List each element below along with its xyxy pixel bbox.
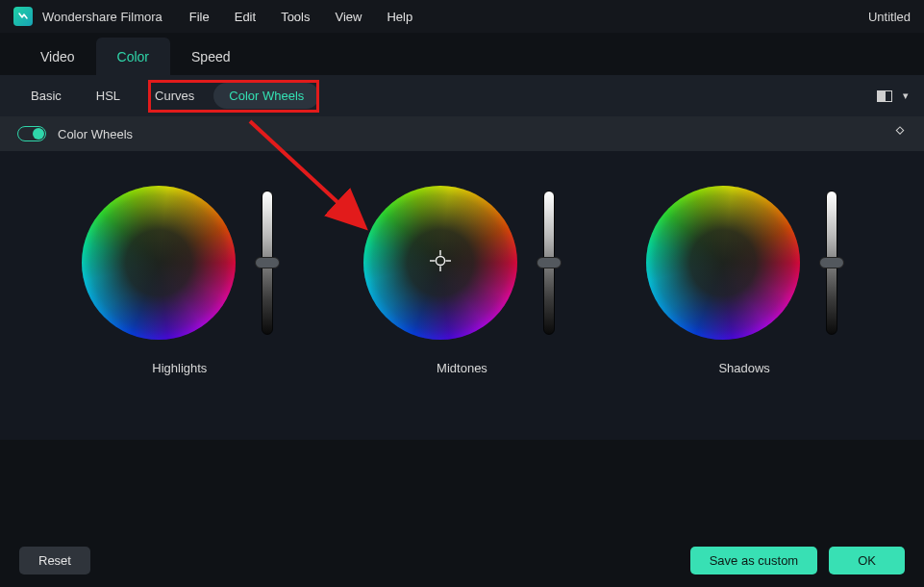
- app-name: Wondershare Filmora: [42, 10, 162, 24]
- color-wheel-shadows[interactable]: [646, 186, 800, 340]
- brightness-slider-midtones[interactable]: [538, 191, 560, 335]
- wheel-label-shadows: Shadows: [718, 361, 769, 375]
- subtab-basic[interactable]: Basic: [15, 83, 77, 109]
- svg-point-1: [437, 256, 445, 265]
- menu-file[interactable]: File: [189, 10, 210, 24]
- section-reset-icon[interactable]: [893, 126, 907, 142]
- section-toggle[interactable]: [17, 126, 46, 141]
- wheel-unit-shadows: Shadows: [646, 186, 842, 430]
- color-wheels-panel: Highlights Midtones Shadows: [0, 151, 924, 440]
- brightness-slider-highlights[interactable]: [257, 191, 278, 335]
- wheel-unit-midtones: Midtones: [363, 186, 560, 430]
- tab-video[interactable]: Video: [19, 38, 96, 75]
- color-wheel-highlights[interactable]: [82, 186, 236, 340]
- wheel-label-midtones: Midtones: [437, 361, 487, 375]
- tab-color[interactable]: Color: [96, 38, 170, 75]
- crosshair-icon[interactable]: [430, 250, 451, 275]
- svg-rect-0: [896, 126, 903, 133]
- document-title: Untitled: [868, 10, 911, 24]
- save-as-custom-button[interactable]: Save as custom: [690, 547, 818, 574]
- wheel-unit-highlights: Highlights: [82, 186, 278, 430]
- wheel-label-highlights: Highlights: [152, 361, 207, 375]
- tab-speed[interactable]: Speed: [170, 38, 251, 75]
- menu-help[interactable]: Help: [387, 10, 412, 24]
- section-header: Color Wheels: [0, 116, 924, 151]
- main-tabs: Video Color Speed: [0, 33, 924, 75]
- menu-edit[interactable]: Edit: [235, 10, 256, 24]
- menu-view[interactable]: View: [335, 10, 362, 24]
- subtab-color-wheels[interactable]: Color Wheels: [213, 83, 319, 109]
- ok-button[interactable]: OK: [829, 547, 905, 574]
- subtab-curves[interactable]: Curves: [139, 83, 210, 109]
- chevron-down-icon[interactable]: ▾: [903, 89, 909, 102]
- app-logo-icon: [17, 11, 29, 22]
- section-title: Color Wheels: [58, 127, 133, 141]
- reset-button[interactable]: Reset: [19, 547, 90, 574]
- sub-tabs-bar: Basic HSL Curves Color Wheels ▾: [0, 75, 924, 116]
- footer-bar: Reset Save as custom OK: [0, 533, 924, 587]
- subtab-hsl[interactable]: HSL: [81, 83, 136, 109]
- color-wheel-midtones[interactable]: [363, 186, 517, 340]
- compare-view-icon[interactable]: [876, 89, 893, 103]
- sub-tabs: Basic HSL Curves Color Wheels: [15, 83, 319, 109]
- menu-tools[interactable]: Tools: [281, 10, 310, 24]
- brightness-slider-shadows[interactable]: [821, 191, 842, 335]
- app-logo: [13, 7, 33, 26]
- title-bar: Wondershare Filmora File Edit Tools View…: [0, 0, 924, 33]
- main-menu: File Edit Tools View Help: [189, 10, 412, 24]
